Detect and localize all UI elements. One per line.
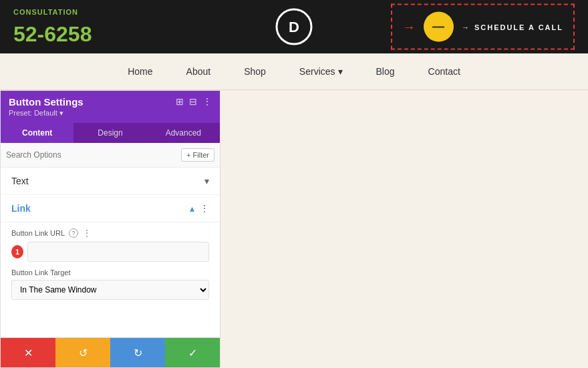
consultation-label: CONSULTATION: [13, 8, 78, 16]
url-field-label: Button Link URL ? ⋮: [11, 228, 209, 238]
panel-search: + Filter: [1, 143, 220, 168]
panel-header-icons: ⊞ ⊟ ⋮: [176, 96, 212, 107]
cancel-button[interactable]: ✕: [1, 338, 55, 367]
search-input[interactable]: [6, 150, 181, 160]
preset-chevron-icon: ▾: [59, 109, 63, 117]
text-section-title: Text: [11, 176, 29, 186]
arrow-right-icon: →: [462, 23, 470, 31]
top-bar: CONSULTATION 52-6258 D → → SCHEDULE A CA…: [0, 0, 588, 53]
url-help-icon[interactable]: ?: [69, 228, 78, 238]
save-button[interactable]: ✓: [165, 338, 220, 367]
nav-bar: Home About Shop Services ▾ Blog Contact: [0, 53, 588, 90]
link-body: Button Link URL ? ⋮ 1 Button Link Target: [1, 222, 220, 312]
redo-icon: ↻: [134, 347, 142, 359]
cancel-icon: ✕: [24, 347, 33, 359]
undo-icon: ↺: [79, 347, 88, 359]
logo-letter: D: [289, 18, 299, 35]
columns-icon[interactable]: ⊟: [189, 96, 197, 107]
chevron-down-icon: ▾: [338, 66, 343, 77]
link-section-header[interactable]: Link ▴ ⋮: [1, 195, 220, 222]
filter-button[interactable]: + Filter: [181, 148, 214, 162]
more-icon[interactable]: ⋮: [202, 96, 212, 107]
panel-title: Button Settings: [9, 96, 84, 108]
nav-item-services[interactable]: Services ▾: [299, 66, 343, 77]
url-more-icon[interactable]: ⋮: [82, 228, 92, 238]
link-more-icon[interactable]: ⋮: [200, 203, 209, 214]
filter-label: + Filter: [186, 151, 209, 159]
panel-header-left: Button Settings Preset: Default ▾: [9, 96, 84, 118]
nav-services-label: Services: [299, 66, 335, 77]
nav-item-contact[interactable]: Contact: [428, 66, 460, 77]
panel-preset[interactable]: Preset: Default ▾: [9, 109, 84, 118]
nav-item-shop[interactable]: Shop: [244, 66, 266, 77]
url-field-row: Button Link URL ? ⋮ 1: [11, 228, 209, 262]
phone-number: 52-6258: [13, 22, 92, 47]
panel-footer: ✕ ↺ ↻ ✓: [1, 337, 220, 367]
expand-icon[interactable]: ⊞: [176, 96, 184, 107]
right-area: [220, 90, 588, 368]
tab-advanced[interactable]: Advanced: [147, 123, 220, 143]
yellow-circle: [424, 12, 454, 42]
text-section-header[interactable]: Text ▾: [1, 168, 220, 195]
panel-tabs: Content Design Advanced: [1, 123, 220, 143]
target-select[interactable]: In The Same Window In A New Tab: [11, 280, 209, 300]
panel-body: Text ▾ Link ▴ ⋮ Button Link URL ? ⋮: [1, 168, 220, 337]
nav-item-blog[interactable]: Blog: [376, 66, 395, 77]
schedule-call-text[interactable]: → SCHEDULE A CALL: [462, 23, 563, 31]
number-badge: 1: [11, 245, 23, 258]
url-input[interactable]: [27, 242, 209, 262]
undo-button[interactable]: ↺: [55, 338, 110, 367]
arrow-left-icon: →: [402, 19, 416, 35]
link-section-icons: ▴ ⋮: [190, 203, 209, 214]
logo: D: [276, 9, 313, 45]
schedule-call-area[interactable]: → → SCHEDULE A CALL: [391, 4, 575, 50]
text-chevron-icon: ▾: [204, 176, 209, 186]
check-icon: ✓: [188, 347, 197, 359]
panel-header: Button Settings Preset: Default ▾ ⊞ ⊟ ⋮: [1, 91, 220, 123]
nav-item-about[interactable]: About: [186, 66, 211, 77]
target-field-label: Button Link Target: [11, 268, 209, 277]
tab-design[interactable]: Design: [74, 123, 146, 143]
tab-content[interactable]: Content: [1, 123, 74, 143]
schedule-label: SCHEDULE A CALL: [474, 23, 563, 31]
settings-panel: Button Settings Preset: Default ▾ ⊞ ⊟ ⋮ …: [0, 90, 220, 368]
circle-dash: [432, 26, 444, 27]
main-area: Button Settings Preset: Default ▾ ⊞ ⊟ ⋮ …: [0, 90, 588, 368]
target-field-row: Button Link Target In The Same Window In…: [11, 268, 209, 300]
link-section-title: Link: [11, 203, 31, 214]
redo-button[interactable]: ↻: [110, 338, 165, 367]
nav-item-home[interactable]: Home: [128, 66, 152, 77]
link-chevron-icon[interactable]: ▴: [190, 203, 194, 214]
